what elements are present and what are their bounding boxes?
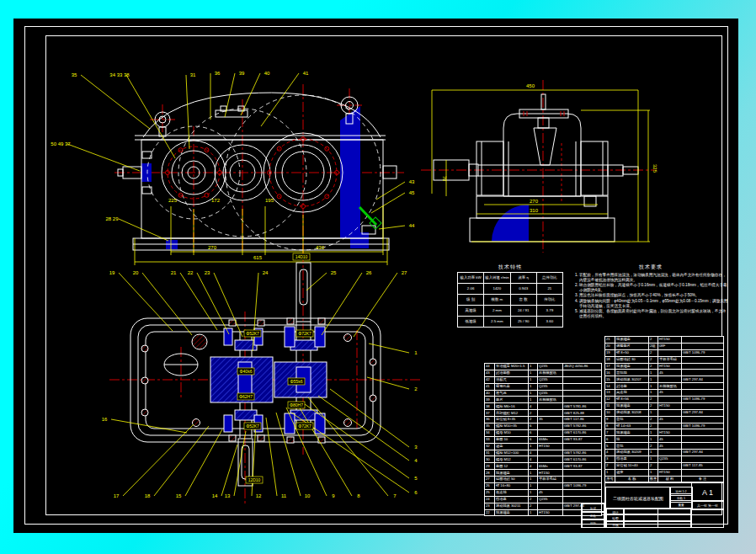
tech-cell: 传动比	[536, 295, 562, 306]
fit-label: Φ72K7	[298, 423, 311, 429]
callout-number: 19	[109, 270, 115, 275]
bom-cell: 2	[605, 462, 615, 469]
bom-row: 4滚动轴承 302091GB/T 297-84	[605, 450, 724, 456]
bom-cell: 挡油盘	[615, 456, 649, 463]
bom-cell: 轴承端盖	[615, 337, 649, 344]
bom-cell: 窥视孔盖	[495, 383, 529, 390]
leader-line	[221, 445, 237, 496]
revision-cell: 日期	[582, 519, 604, 528]
bom-cell: 1	[529, 470, 538, 477]
bom-cell: 19	[605, 349, 615, 356]
centerlines	[114, 84, 404, 253]
bom-cell: 31	[485, 450, 495, 456]
bom-cell: 2	[649, 462, 658, 469]
signature-rows: 设计绘图审核	[605, 508, 691, 526]
bom-cell: 35	[485, 423, 495, 430]
bom-cell	[538, 503, 563, 509]
fit-label: Φ80H7	[290, 402, 303, 408]
bom-cell	[563, 397, 602, 403]
dimension-label: 70	[442, 176, 447, 182]
bom-row: 32箱盖1HT150	[485, 443, 602, 450]
bom-cell	[563, 443, 602, 450]
bom-cell: 1	[605, 469, 615, 476]
bom-cell: 16	[605, 370, 615, 376]
bom-cell	[682, 390, 724, 397]
bom-cell: 1	[529, 364, 538, 370]
callout-number: 43	[409, 179, 415, 184]
leader-line	[111, 419, 187, 433]
bom-cell: 齿轮轴	[615, 370, 649, 376]
technical-requirement-item: 装配前，所有零件用煤油清洗，滚动轴承用汽油清洗，箱体内不允许有任何杂物存在，内壁…	[579, 273, 729, 282]
drawing-number	[691, 509, 724, 528]
tech-cell: 模数 m	[484, 295, 510, 306]
bom-row: 10滚动轴承 302081GB/T 297-84	[605, 409, 724, 416]
bom-cell	[563, 390, 602, 397]
bom-cell: 34	[485, 429, 495, 436]
dimension-lines	[432, 90, 650, 242]
bom-cell: 定位销 10×40	[615, 462, 649, 469]
tech-cell: 2 mm	[484, 306, 510, 317]
bom-cell: 9	[605, 416, 615, 423]
bom-cell: 调整垫片	[615, 343, 649, 349]
dimension-label: 270	[530, 199, 539, 204]
bom-cell: 螺栓 M6×16	[495, 403, 529, 410]
bom-cell: 1	[649, 429, 658, 436]
bom-cell: 石棉橡胶纸	[538, 370, 563, 376]
bom-row: 37吊环螺钉 M122GB/T 825-88	[485, 410, 602, 417]
callout-number: 35	[72, 72, 77, 77]
bom-cell	[538, 456, 563, 463]
bom-row: 38螺栓 M6×164GB/T 5781-86	[485, 403, 602, 410]
tech-row: 输入功率 kW输入转速 r/min效率 η总传动比	[458, 273, 563, 284]
bom-cell: 38	[485, 403, 495, 410]
leader-line	[354, 273, 397, 337]
leader-line	[261, 73, 299, 126]
bom-cell: GB/T 5782-86	[563, 450, 602, 456]
gears-and-bearings	[210, 327, 327, 434]
signature-label: 审核	[606, 521, 625, 528]
bom-cell: GB/T 93-87	[563, 436, 602, 443]
bom-cell: Q235	[538, 383, 563, 390]
leader-line	[266, 418, 277, 496]
callout-number: 8	[357, 493, 360, 498]
tech-cell: 输入转速 r/min	[484, 273, 510, 284]
bom-row: 14封油垫1石棉橡胶纸	[605, 383, 724, 390]
callout-number: 4	[414, 458, 418, 463]
callout-number: 20	[133, 270, 139, 275]
callout-number: 9	[332, 493, 335, 498]
leader-line	[126, 75, 175, 158]
callout-number: 13	[225, 493, 231, 498]
fit-label: Φ72K7	[298, 331, 311, 336]
tech-row: 级 别模数 m齿 数传动比	[458, 295, 563, 306]
dimension-label: 615	[253, 255, 263, 260]
bom-row: 15滚动轴承 302071GB/T 297-84	[605, 376, 724, 383]
housing-outline	[434, 94, 638, 242]
bom-cell: Q235	[538, 376, 563, 383]
cad-screenshot: 3534 33 38313639404150 49 3728 294345442…	[0, 0, 756, 554]
callout-number: 12	[256, 493, 262, 498]
bom-cell	[658, 397, 682, 403]
bom-cell: 键 14×63	[615, 423, 649, 429]
bom-cell	[563, 470, 602, 477]
bom-cell: 螺栓 M12×100	[495, 450, 529, 456]
callout-number: 44	[409, 223, 415, 228]
tech-cell: 1420	[484, 284, 510, 295]
bom-cell: 17	[605, 363, 615, 370]
tech-cell: 21	[536, 284, 562, 295]
bom-cell: 08F	[658, 343, 682, 349]
bom-cell	[538, 483, 563, 490]
bom-cell: 39	[485, 397, 495, 403]
bom-cell: 1	[529, 477, 538, 483]
bom-cell: HT150	[538, 509, 563, 516]
bom-cell: 3	[605, 456, 615, 463]
bom-cell: 毡圈油封 30	[615, 356, 649, 363]
bom-cell: 18	[605, 356, 615, 363]
bom-cell: 43	[485, 370, 495, 376]
bom-cell: 1	[529, 370, 538, 376]
bom-cell: 4	[605, 450, 615, 456]
bom-cell: 放油螺塞 M20×1.5	[495, 364, 529, 370]
callout-number: 27	[402, 270, 407, 275]
bom-cell: 25	[485, 489, 495, 496]
bom-cell: GB/T 117-86	[563, 417, 602, 423]
bom-cell: GB/T 297-84	[682, 376, 724, 383]
fit-label: Φ62H7	[239, 394, 253, 399]
